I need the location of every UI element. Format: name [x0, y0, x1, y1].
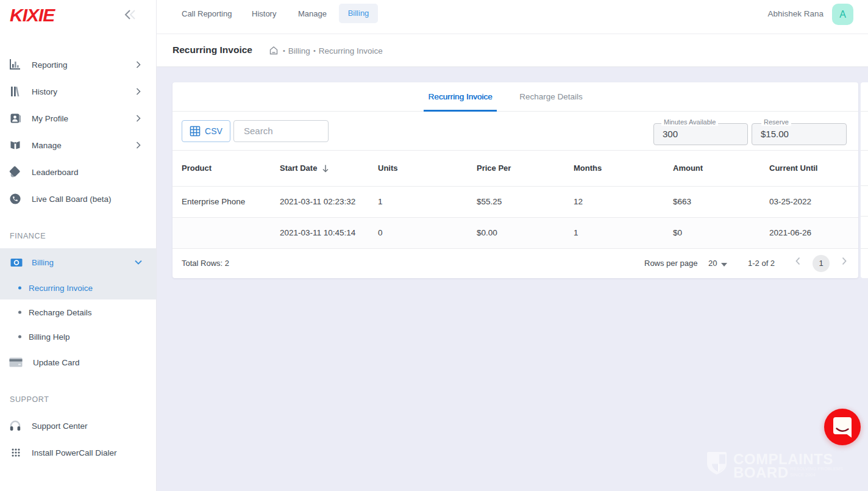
svg-text:RESOLVING PROBLEMS: RESOLVING PROBLEMS — [790, 466, 843, 471]
svg-text:SINCE 2004: SINCE 2004 — [790, 472, 816, 478]
svg-text:BOARD: BOARD — [733, 464, 789, 480]
